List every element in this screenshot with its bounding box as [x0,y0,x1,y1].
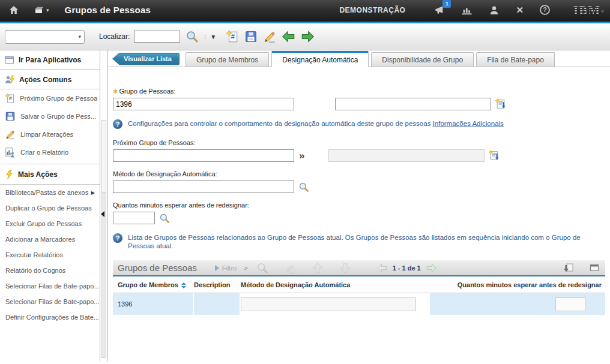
page-title: Grupos de Pessoas [65,5,151,15]
action-save-person-group[interactable]: Salvar o Grupo de Pess... [0,107,100,125]
row-description-value[interactable] [194,293,241,315]
filter-arrow-icon [215,265,219,271]
ibm-logo: IBM® [573,5,600,15]
notification-badge: 1 [442,0,451,8]
record-toolbar: ▾ Localizar: ⋮ ▼ # [0,23,610,50]
group-field-label: ✱Grupo de Pessoas: [113,88,605,95]
filter-expand-icon[interactable]: > [244,264,247,272]
report-icon [5,147,16,158]
column-header-member-group[interactable]: Grupo de Membros [113,281,194,288]
table-title: Grupos de Pessoas [118,263,197,273]
tab-bar: Visualizar Lista Grupo de Membros Design… [108,50,610,67]
group-description-input[interactable] [335,98,491,110]
find-label: Localizar: [99,32,130,41]
search-options-caret-icon[interactable]: ▼ [210,34,216,40]
sidebar-item-go-to-applications[interactable]: Ir Para Aplicativos [0,50,100,70]
action-add-to-bookmarks[interactable]: Adicionar a Marcadores [0,231,100,247]
new-record-icon[interactable]: # [226,30,239,43]
info-help-icon[interactable]: ? [113,119,122,129]
next-group-input[interactable] [113,149,294,162]
table-search-icon [256,262,268,274]
help-icon[interactable]: ? [540,5,550,15]
more-information-link[interactable]: Informações Adicionais [433,120,504,127]
required-icon: ✱ [113,88,118,95]
config-info: ? Configurações para controlar o comport… [113,119,605,129]
previous-row-icon [312,262,324,274]
action-cognos-report[interactable]: Relatório do Cognos [0,263,100,278]
next-group-description-input [328,149,485,162]
minutes-lookup-icon[interactable] [159,213,170,224]
column-header-description[interactable]: Description [194,281,241,288]
action-attachment-library[interactable]: Biblioteca/Pastas de anexos ▶ [0,185,100,200]
person-groups-table: Grupos de Pessoas Filtro > [113,260,605,315]
row-method-input[interactable] [241,297,416,311]
next-row-icon [339,262,351,274]
minimize-table-icon[interactable] [590,264,599,272]
download-icon[interactable] [563,263,574,273]
action-delete-person-group[interactable]: Excluir Grupo de Pessoas [0,216,100,231]
next-record-icon[interactable] [301,30,315,43]
next-page-icon [426,263,437,273]
find-input[interactable] [134,31,180,43]
app-header: ▾ Grupos de Pessoas DEMONSTRAÇÃO 1 ✕ ? [0,0,610,23]
sidebar-collapse-icon[interactable] [101,211,104,217]
previous-record-icon[interactable] [282,30,295,43]
tab-fila-de-bate-papo[interactable]: Fila de Bate-papo [476,52,555,67]
sidebar-section-more-actions: Mais Ações [0,164,100,185]
tab-disponibilidade-de-grupo[interactable]: Disponibilidade de Grupo [371,52,474,67]
sidebar-scrollbar[interactable] [101,120,106,358]
table-clear-icon [284,262,296,274]
sidebar-scrollbar-thumb[interactable] [102,121,106,192]
clear-changes-icon[interactable] [263,30,276,43]
column-header-minutes[interactable]: Quantos minutos esperar antes de redesig… [430,281,605,288]
table-row[interactable]: 1396 [113,293,605,315]
profile-icon[interactable] [489,5,500,15]
home-icon[interactable] [8,5,19,15]
reports-chart-icon[interactable] [461,5,473,15]
announcements-icon[interactable]: 1 [433,5,445,15]
common-actions-icon [5,75,15,84]
action-run-reports[interactable]: Executar Relatórios [0,247,100,263]
sidebar-splitter[interactable] [100,50,108,362]
action-define-chat-settings[interactable]: Definir Configurações de Bate... [0,309,100,325]
action-create-report[interactable]: Criar o Relatório [0,143,100,161]
svg-text:#: # [231,33,235,40]
minutes-input[interactable] [113,212,155,224]
more-actions-icon [5,170,14,179]
svg-text:#: # [9,95,12,101]
action-select-chat-queues-2[interactable]: Selecionar Filas de Bate-papo... [0,294,100,309]
filter-toggle[interactable]: Filtro [215,264,237,272]
query-select[interactable]: ▾ [5,30,85,44]
action-select-chat-queues-1[interactable]: Selecionar Filas de Bate-papo... [0,278,100,294]
long-description-icon[interactable] [489,150,500,161]
method-input[interactable] [113,181,294,193]
combo-caret-icon: ▾ [78,34,81,40]
related-groups-info: ? Lista de Grupos de Pessoas relacionado… [113,233,605,250]
method-lookup-icon[interactable] [298,182,309,192]
column-header-method[interactable]: Método de Designação Automática [241,281,430,288]
pagination-label: 1 - 1 de 1 [393,264,421,272]
sort-icon[interactable] [181,282,186,288]
action-duplicate-person-group[interactable]: Duplicar o Grupo de Pessoas [0,200,100,216]
go-to-menu-icon[interactable]: ▾ [34,5,49,15]
row-member-group-value[interactable]: 1396 [113,293,194,315]
submenu-arrow-icon: ▶ [91,190,95,195]
tab-designacao-automatica[interactable]: Designação Automática [271,51,369,67]
environment-label: DEMONSTRAÇÃO [339,6,405,14]
view-list-button[interactable]: Visualizar Lista [112,53,180,65]
go-to-detail-icon[interactable]: » [299,152,304,160]
group-input[interactable] [113,98,294,110]
sidebar: Ir Para Aplicativos Ações Comuns # Próxi… [0,50,100,362]
row-minutes-input[interactable] [555,297,585,311]
action-clear-changes[interactable]: Limpar Alterações [0,125,100,143]
long-description-icon[interactable] [495,98,507,110]
tab-grupo-de-membros[interactable]: Grupo de Membros [186,52,269,67]
close-icon[interactable]: ✕ [516,5,524,16]
method-field-label: Método de Designação Automática: [113,170,605,178]
save-icon[interactable] [244,30,258,43]
search-icon[interactable] [186,30,199,43]
info-help-icon[interactable]: ? [113,233,122,243]
toolbar-separator: ⋮ [202,34,208,40]
go-to-caret-icon: ▾ [46,7,49,13]
action-next-person-group[interactable]: # Próximo Grupo de Pessoas [0,89,100,107]
